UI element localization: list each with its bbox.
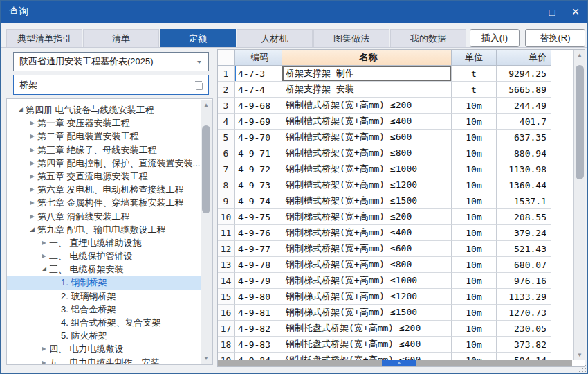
- tree-scrollbar-thumb[interactable]: [202, 125, 210, 213]
- name-cell[interactable]: 钢制托盘式桥架(宽+高mm) ≤400: [282, 337, 452, 353]
- unit-cell[interactable]: 10m: [452, 257, 497, 273]
- table-row[interactable]: 13 4-9-78 钢制梯式桥架(宽+高mm) ≤800 10m 680.07: [218, 257, 585, 273]
- book-select[interactable]: 陕西省通用安装工程基价表(2025) ▼: [13, 52, 209, 71]
- replace-button[interactable]: 替换(R): [525, 29, 585, 47]
- scroll-up-icon[interactable]: ▲: [574, 50, 585, 60]
- tree-item[interactable]: ▶ 第四章 配电控制、保护、直流装置安装...: [7, 157, 212, 170]
- row-number-cell[interactable]: 3: [218, 98, 235, 114]
- unit-cell[interactable]: t: [452, 82, 497, 98]
- table-row[interactable]: 17 4-9-82 钢制托盘式桥架(宽+高mm) ≤200 10m 230.05: [218, 321, 585, 337]
- expand-icon[interactable]: ▶: [27, 116, 37, 130]
- unit-cell[interactable]: 10m: [452, 289, 497, 305]
- code-cell[interactable]: 4-9-72: [235, 161, 282, 177]
- table-row[interactable]: 4 4-9-69 钢制槽式桥架(宽+高mm) ≤400 10m 401.7: [218, 114, 585, 130]
- table-row[interactable]: 7 4-9-72 钢制槽式桥架(宽+高mm) ≤1000 10m 1130.98: [218, 161, 585, 177]
- tree-item[interactable]: ▶ 第二章 配电装置安装工程: [7, 130, 212, 143]
- table-row[interactable]: 8 4-9-73 钢制槽式桥架(宽+高mm) ≤1200 10m 1360.44: [218, 177, 585, 193]
- tab[interactable]: 典型清单指引: [6, 29, 82, 47]
- table-row[interactable]: 14 4-9-79 钢制梯式桥架(宽+高mm) ≤1000 10m 976.16: [218, 273, 585, 289]
- expand-icon[interactable]: ▶: [27, 157, 37, 170]
- tree-item[interactable]: 5. 防火桥架: [7, 329, 212, 342]
- unit-cell[interactable]: 10m: [452, 321, 497, 337]
- unit-cell[interactable]: t: [452, 66, 497, 82]
- close-button[interactable]: ×: [564, 1, 587, 23]
- code-cell[interactable]: 4-9-74: [235, 193, 282, 209]
- unit-cell[interactable]: 10m: [452, 145, 497, 161]
- row-number-cell[interactable]: 17: [218, 321, 235, 337]
- table-row[interactable]: 16 4-9-81 钢制梯式桥架(宽+高mm) ≤1500 10m 1270.7…: [218, 305, 585, 321]
- unit-cell[interactable]: 10m: [452, 98, 497, 114]
- table-row[interactable]: 5 4-9-70 钢制槽式桥架(宽+高mm) ≤600 10m 637.35: [218, 130, 585, 145]
- row-number-cell[interactable]: 2: [218, 82, 235, 98]
- name-cell[interactable]: 桥架支撑架 制作: [282, 66, 452, 82]
- price-cell[interactable]: 379.24: [497, 225, 551, 241]
- table-row[interactable]: 9 4-9-74 钢制槽式桥架(宽+高mm) ≤1500 10m 1537.1: [218, 193, 585, 209]
- row-number-cell[interactable]: 6: [218, 145, 235, 161]
- code-cell[interactable]: 4-9-76: [235, 225, 282, 241]
- unit-cell[interactable]: 10m: [452, 161, 497, 177]
- tree-item[interactable]: ▶ 第六章 发电机、电动机检查接线工程: [7, 183, 212, 196]
- price-cell[interactable]: 9294.25: [497, 66, 551, 82]
- unit-cell[interactable]: 10m: [452, 273, 497, 289]
- unit-cell[interactable]: 10m: [452, 353, 497, 360]
- name-cell[interactable]: 钢制梯式桥架(宽+高mm) ≤1000: [282, 273, 452, 289]
- price-cell[interactable]: 521.43: [497, 241, 551, 257]
- tree-item[interactable]: ▶ 第八章 滑触线安装工程: [7, 210, 212, 223]
- tree-item[interactable]: 4. 组合式桥架、复合支架: [7, 316, 212, 329]
- expand-icon[interactable]: ▶: [39, 249, 49, 262]
- tree-item[interactable]: ◢ 第四册 电气设备与线缆安装工程: [7, 103, 212, 116]
- name-cell[interactable]: 钢制托盘式桥架(宽+高mm) ≤200: [282, 321, 452, 337]
- tree-item[interactable]: ▶ 五、 电力电缆头制作、安装: [7, 356, 212, 365]
- code-cell[interactable]: 4-9-70: [235, 130, 282, 145]
- tab[interactable]: 我的数据: [390, 29, 466, 47]
- resize-grip[interactable]: [579, 365, 586, 372]
- tab[interactable]: 定额: [160, 29, 236, 47]
- unit-cell[interactable]: 10m: [452, 177, 497, 193]
- price-cell[interactable]: 1360.44: [497, 177, 551, 193]
- price-cell[interactable]: 594.14: [497, 353, 551, 360]
- price-cell[interactable]: 230.05: [497, 321, 551, 337]
- name-cell[interactable]: 钢制梯式桥架(宽+高mm) ≤200: [282, 209, 452, 225]
- table-row[interactable]: 3 4-9-68 钢制槽式桥架(宽+高mm) ≤200 10m 244.49: [218, 98, 585, 114]
- table-row[interactable]: 10 4-9-75 钢制梯式桥架(宽+高mm) ≤200 10m 208.55: [218, 209, 585, 225]
- row-number-cell[interactable]: 10: [218, 209, 235, 225]
- unit-cell[interactable]: 10m: [452, 241, 497, 257]
- table-scrollbar-horizontal[interactable]: [218, 360, 572, 366]
- code-cell[interactable]: 4-9-79: [235, 273, 282, 289]
- price-cell[interactable]: 1133.29: [497, 289, 551, 305]
- row-number-cell[interactable]: 7: [218, 161, 235, 177]
- name-cell[interactable]: 钢制梯式桥架(宽+高mm) ≤600: [282, 241, 452, 257]
- code-cell[interactable]: 4-9-75: [235, 209, 282, 225]
- price-cell[interactable]: 401.7: [497, 114, 551, 130]
- row-number-cell[interactable]: 13: [218, 257, 235, 273]
- maximize-button[interactable]: □: [540, 1, 564, 23]
- name-cell[interactable]: 钢制槽式桥架(宽+高mm) ≤800: [282, 145, 452, 161]
- unit-cell[interactable]: 10m: [452, 209, 497, 225]
- tree-item[interactable]: ◢ 第九章 配电、输电电缆敷设工程: [7, 223, 212, 236]
- row-number-cell[interactable]: 4: [218, 114, 235, 130]
- row-number-cell[interactable]: 9: [218, 193, 235, 209]
- table-row[interactable]: 1 4-7-3 桥架支撑架 制作 t 9294.25: [218, 66, 585, 82]
- tab[interactable]: 清单: [83, 29, 159, 47]
- unit-cell[interactable]: 10m: [452, 337, 497, 353]
- tree-scrollbar[interactable]: ▲ ▼: [201, 100, 212, 364]
- name-cell[interactable]: 钢制槽式桥架(宽+高mm) ≤200: [282, 98, 452, 114]
- tree-item[interactable]: ▶ 一、 直埋电缆辅助设施: [7, 236, 212, 249]
- code-cell[interactable]: 4-9-80: [235, 289, 282, 305]
- row-number-cell[interactable]: 19: [218, 353, 235, 360]
- code-cell[interactable]: 4-9-83: [235, 337, 282, 353]
- expand-icon[interactable]: ▶: [27, 196, 37, 209]
- table-row[interactable]: 2 4-7-4 桥架支撑架 安装 t 5665.89: [218, 82, 585, 98]
- code-cell[interactable]: 4-9-84: [235, 353, 282, 360]
- price-cell[interactable]: 5665.89: [497, 82, 551, 98]
- tree-item[interactable]: 3. 铝合金桥架: [7, 303, 212, 316]
- tab[interactable]: 图集做法: [313, 29, 389, 47]
- table-row[interactable]: 6 4-9-71 钢制槽式桥架(宽+高mm) ≤800 10m 880.94: [218, 145, 585, 161]
- price-cell[interactable]: 1130.98: [497, 161, 551, 177]
- unit-cell[interactable]: 10m: [452, 193, 497, 209]
- insert-button[interactable]: 插入(I): [470, 29, 520, 47]
- row-number-cell[interactable]: 12: [218, 241, 235, 257]
- tree-item[interactable]: ◢ 三、 电缆桥架安装: [7, 262, 212, 276]
- price-cell[interactable]: 637.35: [497, 130, 551, 145]
- code-cell[interactable]: 4-9-69: [235, 114, 282, 130]
